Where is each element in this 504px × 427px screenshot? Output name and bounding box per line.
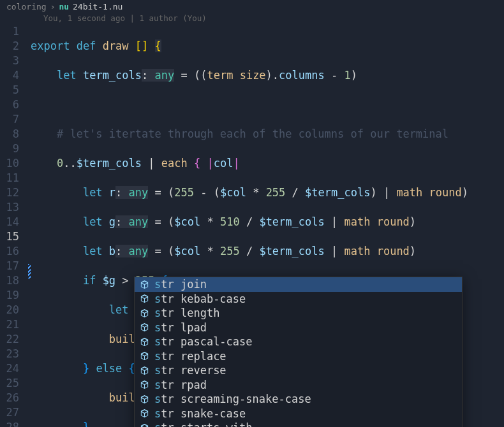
autocomplete-label: str reverse bbox=[154, 363, 226, 378]
breadcrumb-sep: › bbox=[50, 2, 56, 11]
code-line[interactable]: let term_cols: any = ((term size).column… bbox=[31, 68, 488, 83]
code-line[interactable] bbox=[31, 98, 488, 112]
autocomplete-item[interactable]: str snake-case bbox=[135, 407, 462, 421]
line-number: 4 bbox=[0, 68, 19, 83]
autocomplete-item[interactable]: str screaming-snake-case bbox=[135, 392, 462, 407]
line-number: 22 bbox=[0, 332, 19, 347]
line-number: 9 bbox=[0, 141, 19, 156]
autocomplete-label: str replace bbox=[154, 349, 226, 364]
module-icon bbox=[140, 366, 149, 375]
modified-line-indicator bbox=[28, 264, 31, 279]
code-line[interactable]: let g: any = ($col * 510 / $term_cols | … bbox=[31, 215, 488, 229]
git-blame-header: You, 1 second ago | 1 author (You) bbox=[0, 13, 504, 23]
autocomplete-label: str pascal-case bbox=[154, 335, 253, 349]
line-number: 26 bbox=[0, 391, 19, 405]
module-icon bbox=[140, 337, 149, 347]
line-number: 5 bbox=[0, 83, 19, 98]
line-number: 11 bbox=[0, 171, 19, 185]
line-number-gutter: 1 2 3 4 5 6 7 8 9 10 11 12 13 14 15 16 1… bbox=[0, 24, 31, 427]
autocomplete-label: str length bbox=[154, 306, 219, 321]
line-number: 16 bbox=[0, 244, 19, 259]
line-number-current: 15 bbox=[0, 229, 19, 244]
autocomplete-label: str screaming-snake-case bbox=[154, 392, 311, 407]
line-number: 21 bbox=[0, 317, 19, 332]
autocomplete-label: str snake-case bbox=[154, 407, 246, 421]
line-number: 12 bbox=[0, 185, 19, 200]
line-number: 3 bbox=[0, 54, 19, 68]
line-number: 8 bbox=[0, 127, 19, 141]
autocomplete-label: str kebab-case bbox=[154, 292, 246, 307]
breadcrumb-file[interactable]: 24bit-1.nu bbox=[73, 2, 122, 11]
line-number: 20 bbox=[0, 303, 19, 317]
line-number: 23 bbox=[0, 347, 19, 361]
line-number: 13 bbox=[0, 200, 19, 215]
code-line[interactable]: let r: any = (255 - ($col * 255 / $term_… bbox=[31, 185, 488, 200]
autocomplete-label: str starts-with bbox=[154, 421, 253, 427]
module-icon bbox=[140, 423, 149, 427]
line-number: 6 bbox=[0, 98, 19, 112]
line-number: 2 bbox=[0, 39, 19, 54]
module-icon bbox=[140, 294, 149, 303]
code-line[interactable]: # let's itertate through each of the col… bbox=[31, 127, 488, 141]
autocomplete-item[interactable]: str starts-with bbox=[135, 421, 462, 427]
line-number: 19 bbox=[0, 288, 19, 303]
line-number: 25 bbox=[0, 376, 19, 391]
autocomplete-label: str rpad bbox=[154, 378, 207, 393]
autocomplete-label: str join bbox=[154, 277, 207, 292]
module-icon bbox=[140, 308, 149, 318]
breadcrumb[interactable]: coloring › nu 24bit-1.nu bbox=[0, 0, 504, 13]
module-icon bbox=[140, 380, 149, 389]
autocomplete-item[interactable]: str join bbox=[135, 277, 462, 292]
autocomplete-item[interactable]: str length bbox=[135, 306, 462, 321]
line-number: 28 bbox=[0, 420, 19, 427]
line-number: 18 bbox=[0, 273, 19, 288]
autocomplete-item[interactable]: str pascal-case bbox=[135, 335, 462, 349]
autocomplete-item[interactable]: str lpad bbox=[135, 321, 462, 335]
nu-file-icon: nu bbox=[59, 2, 69, 11]
module-icon bbox=[140, 322, 149, 332]
line-number: 14 bbox=[0, 215, 19, 229]
line-number: 24 bbox=[0, 361, 19, 376]
line-number: 7 bbox=[0, 112, 19, 127]
line-number: 17 bbox=[0, 259, 19, 273]
autocomplete-item[interactable]: str replace bbox=[135, 349, 462, 364]
module-icon bbox=[140, 394, 149, 404]
module-icon bbox=[140, 351, 149, 361]
line-number: 1 bbox=[0, 24, 19, 39]
code-line[interactable]: 0..$term_cols | each { |col| bbox=[31, 156, 488, 171]
line-number: 10 bbox=[0, 156, 19, 171]
autocomplete-item[interactable]: str rpad bbox=[135, 378, 462, 393]
module-icon bbox=[140, 409, 149, 418]
autocomplete-popup[interactable]: str joinstr kebab-casestr lengthstr lpad… bbox=[134, 277, 463, 427]
autocomplete-item[interactable]: str reverse bbox=[135, 363, 462, 378]
autocomplete-label: str lpad bbox=[154, 321, 207, 335]
code-line[interactable]: let b: any = ($col * 255 / $term_cols | … bbox=[31, 244, 488, 259]
module-icon bbox=[140, 280, 149, 289]
autocomplete-item[interactable]: str kebab-case bbox=[135, 292, 462, 307]
code-line[interactable]: export def draw [] { bbox=[31, 39, 488, 54]
line-number: 27 bbox=[0, 405, 19, 420]
breadcrumb-parent[interactable]: coloring bbox=[6, 2, 47, 11]
